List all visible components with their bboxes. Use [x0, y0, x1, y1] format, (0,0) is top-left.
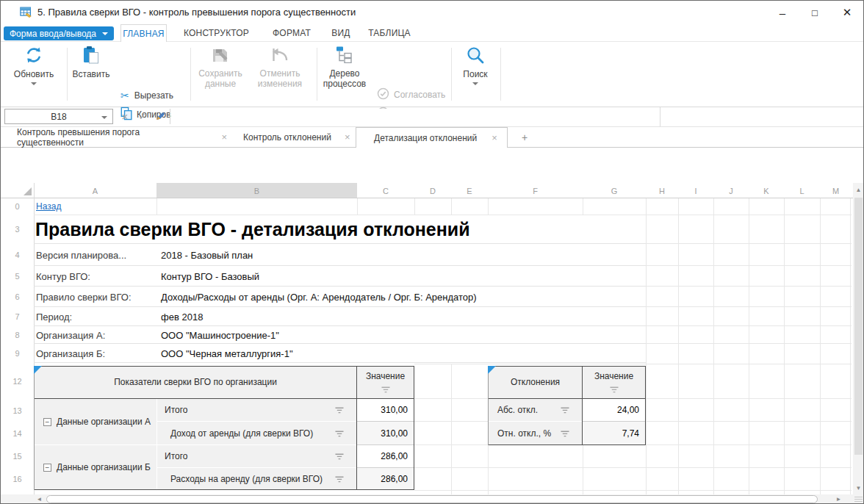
add-sheet-tab-button[interactable]: + [514, 127, 536, 147]
collapse-icon[interactable]: − [43, 464, 51, 472]
info-value[interactable]: Доходы/Расходы от аренды (Орг. А: Арендо… [161, 287, 477, 307]
column-header-B[interactable]: B [156, 183, 357, 198]
column-header-C[interactable]: C [357, 183, 414, 198]
column-header-E[interactable]: E [451, 183, 488, 198]
filter-icon[interactable] [334, 472, 345, 486]
row-header[interactable]: 14 [1, 422, 34, 444]
indicator-row-expense-b[interactable]: Расходы на аренду (для сверки ВГО) [157, 468, 356, 489]
info-value[interactable]: ООО "Машиностроение-1" [161, 326, 279, 344]
info-value[interactable]: ООО "Черная металлургия-1" [161, 344, 293, 363]
minimize-button[interactable]: – [766, 1, 799, 24]
tab-view[interactable]: ВИД [328, 24, 354, 42]
maximize-button[interactable]: □ [799, 1, 831, 24]
insert-function-icon[interactable] [152, 109, 168, 124]
column-header-I[interactable]: I [678, 183, 713, 198]
deviation-row-rel[interactable]: Отн. откл., % [489, 422, 582, 444]
scroll-left-icon[interactable]: ◄ [34, 494, 45, 504]
filter-icon[interactable] [381, 383, 391, 396]
select-all-corner[interactable] [24, 187, 32, 195]
value-cell[interactable]: 286,00 [357, 445, 414, 467]
sheet-tab-deviation-details[interactable]: Детализация отклонений × [356, 127, 508, 148]
horizontal-scrollbar-thumb[interactable] [46, 495, 818, 503]
column-header-K[interactable]: K [749, 183, 784, 198]
paste-button[interactable]: Вставить [71, 46, 111, 79]
column-header-L[interactable]: L [784, 183, 820, 198]
tab-constructor[interactable]: КОНСТРУКТОР [181, 24, 251, 42]
row-header[interactable]: 8 [1, 326, 34, 344]
refresh-button[interactable]: Обновить [10, 46, 58, 85]
column-header-G[interactable]: G [583, 183, 646, 198]
close-icon[interactable]: × [221, 132, 227, 143]
vertical-scrollbar[interactable]: ▲ ▼ [853, 183, 864, 494]
vertical-scrollbar-thumb[interactable] [854, 198, 863, 455]
name-box[interactable]: B18 [4, 109, 113, 124]
row-header[interactable]: 6 [1, 287, 34, 307]
column-header-F[interactable]: F [488, 183, 583, 198]
row-header[interactable]: 4 [1, 244, 34, 266]
approve-button[interactable]: Согласовать [377, 88, 445, 101]
back-link[interactable]: Назад [36, 198, 61, 215]
column-header-M[interactable]: M [820, 183, 852, 198]
filter-icon[interactable] [334, 403, 345, 417]
group-org-a[interactable]: − Данные организации А [35, 399, 156, 444]
close-button[interactable]: ✕ [831, 1, 863, 24]
value-cell[interactable]: 7,74 [583, 422, 645, 444]
tab-main[interactable]: ГЛАВНАЯ [120, 24, 167, 42]
filter-icon[interactable] [334, 450, 345, 463]
info-value[interactable]: Контур ВГО - Базовый [161, 266, 259, 287]
row-header[interactable]: 12 [1, 364, 34, 398]
filter-icon[interactable] [560, 403, 570, 417]
column-header-J[interactable]: J [713, 183, 749, 198]
info-value[interactable]: фев 2018 [161, 307, 203, 326]
deviation-row-abs[interactable]: Абс. откл. [489, 399, 582, 421]
info-label[interactable]: Контур ВГО: [36, 266, 90, 287]
info-label[interactable]: Правило сверки ВГО: [36, 287, 132, 307]
info-label[interactable]: Версия планирова... [36, 244, 126, 266]
sheet-tab-threshold-control[interactable]: Контроль превышения порога существенност… [7, 127, 227, 147]
row-header[interactable]: 0 [1, 198, 34, 215]
value-cell[interactable]: 24,00 [583, 399, 645, 421]
horizontal-scrollbar[interactable]: ◄ ► [1, 494, 853, 504]
scrollbar-corner-grip[interactable] [853, 494, 864, 504]
collapse-icon[interactable]: − [43, 418, 51, 426]
indicator-row-total-b[interactable]: Итого [157, 445, 356, 467]
scroll-down-icon[interactable]: ▼ [853, 481, 864, 494]
confirm-entry-icon[interactable]: ✓ [134, 109, 151, 124]
tab-format[interactable]: ФОРМАТ [270, 24, 313, 42]
group-org-b[interactable]: − Данные организации Б [35, 445, 156, 489]
scroll-right-icon[interactable]: ► [833, 494, 844, 504]
form-io-menu-button[interactable]: Форма ввода/вывода [4, 26, 114, 40]
cut-button[interactable]: ✂ Вырезать [120, 89, 173, 102]
cancel-entry-icon[interactable]: × [117, 109, 133, 124]
row-header[interactable]: 15 [1, 444, 34, 467]
close-icon[interactable]: × [345, 132, 350, 143]
column-header-D[interactable]: D [414, 183, 451, 198]
info-label[interactable]: Организация Б: [36, 344, 105, 363]
info-label[interactable]: Период: [36, 307, 72, 326]
value-cell[interactable]: 310,00 [357, 422, 414, 444]
filter-icon[interactable] [609, 383, 619, 396]
undo-changes-button[interactable]: Отменить изменения [251, 46, 309, 89]
indicator-row-total-a[interactable]: Итого [157, 399, 356, 421]
row-header[interactable]: 5 [1, 266, 34, 287]
column-header-A[interactable]: A [34, 183, 156, 198]
column-header-H[interactable]: H [646, 183, 678, 198]
tab-table[interactable]: ТАБЛИЦА [366, 24, 413, 42]
row-header[interactable]: 3 [1, 215, 34, 244]
row-header[interactable]: 13 [1, 399, 34, 422]
process-tree-button[interactable]: Дерево процессов [318, 46, 371, 89]
value-cell[interactable]: 310,00 [357, 399, 414, 421]
row-header[interactable]: 9 [1, 344, 34, 363]
save-data-button[interactable]: Сохранить данные [193, 46, 248, 89]
info-value[interactable]: 2018 - Базовый план [161, 244, 253, 266]
formula-input[interactable] [171, 109, 658, 124]
row-header[interactable]: 7 [1, 307, 34, 326]
info-label[interactable]: Организация А: [36, 326, 105, 344]
value-cell[interactable]: 286,00 [357, 468, 414, 489]
sheet-tab-deviation-control[interactable]: Контроль отклонений × [234, 127, 358, 147]
close-icon[interactable]: × [492, 132, 497, 143]
indicator-row-income-a[interactable]: Доход от аренды (для сверки ВГО) [157, 422, 356, 444]
row-header[interactable]: 16 [1, 467, 34, 490]
filter-icon[interactable] [560, 427, 570, 440]
scroll-up-icon[interactable]: ▲ [853, 183, 864, 196]
